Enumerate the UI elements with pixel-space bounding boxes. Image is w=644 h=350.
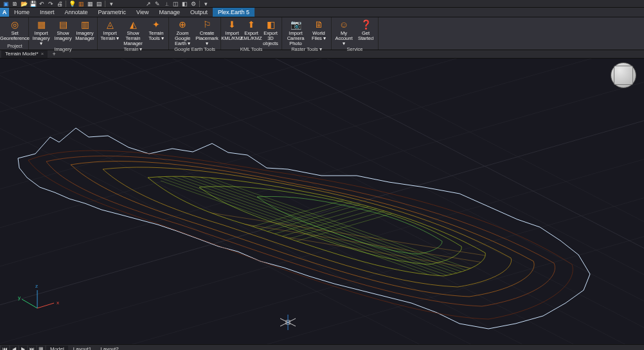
tab-view[interactable]: View [131,8,154,17]
layout-first-icon[interactable]: ⏮ [1,345,9,351]
get-started-button[interactable]: ❓ Get Started [355,18,376,46]
panel-title: KML Tools [240,46,263,53]
drawing-canvas[interactable]: x y z [0,59,644,344]
import-imagery-button[interactable]: ▦ Import Imagery ▾ [31,18,51,46]
svg-line-31 [96,174,495,290]
canvas-svg: x y z [0,59,644,344]
bulb-icon[interactable]: 💡 [69,1,75,7]
new-document-button[interactable]: + [50,51,58,57]
panel-imagery: ▦ Import Imagery ▾ ▤ Show Imagery ▥ Imag… [29,17,98,50]
tab-home[interactable]: Home [9,8,35,17]
terrain-manager-button[interactable]: ◭ Show Terrain Manager [121,18,145,46]
svg-line-35 [129,200,501,258]
show-imagery-icon: ▤ [57,19,69,30]
app-menu-icon[interactable]: ▣ [3,1,9,7]
imagery-manager-icon: ▥ [79,19,91,30]
label: World Files ▾ [309,31,329,41]
wand-icon[interactable]: ✎ [154,1,161,7]
measure-icon[interactable]: ⟂ [163,1,170,7]
open-icon[interactable]: 📂 [21,1,27,7]
plot-icon[interactable]: 🖨 [57,1,63,7]
label: My Account ▾ [334,31,354,46]
ucs-axes: x y z [18,283,59,308]
label: Export KML/KMZ [240,31,262,41]
axis-z-label: z [35,283,38,289]
status-bar: ⏮ ◀ ▶ ⏭ ▦ Model Layout1 Layout2 [0,344,644,350]
axis-x-label: x [57,300,59,306]
tab-manage[interactable]: Manage [154,8,185,17]
document-tab[interactable]: Terrain Model* × [1,50,48,58]
panel-kml: ⬇ Import KML/KMZ ⬆ Export KML/KMZ ◧ Expo… [221,17,282,50]
layout-prev-icon[interactable]: ◀ [10,345,18,351]
label: Import KML/KMZ [221,31,242,41]
zoom-ge-button[interactable]: ⊕ Zoom Google Earth ▾ [171,18,194,46]
show-imagery-button[interactable]: ▤ Show Imagery [53,18,73,46]
dropdown-icon[interactable]: ▾ [202,1,209,7]
label: Show Terrain Manager [121,31,145,46]
layout-next-icon[interactable]: ▶ [19,345,27,351]
tab-plex-earth[interactable]: Plex.Earth 5 [213,8,255,17]
svg-line-8 [0,59,644,149]
document-tab-label: Terrain Model* [5,50,39,58]
label: Imagery Manager [75,31,95,41]
set-georeference-button[interactable]: ◎ Set Georeference [3,18,26,43]
my-account-button[interactable]: ☺ My Account ▾ [334,18,354,46]
export-3d-button[interactable]: ◧ Export 3D objects [262,18,280,46]
svg-line-0 [0,59,644,187]
layout2-tab[interactable]: Layout2 [96,345,122,351]
close-icon[interactable]: × [41,50,44,58]
export-3d-icon: ◧ [265,19,276,30]
model-tab[interactable]: Model [46,345,68,351]
label: Get Started [355,31,376,41]
world-files-button[interactable]: 🗎 World Files ▾ [309,18,329,46]
save-icon[interactable]: 💾 [30,1,36,7]
separator [199,1,200,7]
dropdown-icon[interactable]: ▾ [108,1,114,7]
separator [66,1,66,7]
panel-title: Google Earth Tools [174,46,215,53]
box-icon[interactable]: ◫ [172,1,179,7]
view-cube[interactable] [611,62,636,88]
layer-icon[interactable]: ▥ [78,1,84,7]
svg-line-39 [22,299,37,308]
imagery-manager-button[interactable]: ▥ Imagery Manager [75,18,95,46]
panel-terrain: ◬ Import Terrain ▾ ◭ Show Terrain Manage… [98,17,169,50]
tab-parametric[interactable]: Parametric [93,8,132,17]
terrain-tools-icon: ✦ [150,19,162,30]
panel-ge-tools: ⊕ Zoom Google Earth ▾ ⚐ Create Placemark… [169,17,221,50]
camera-icon: 📷 [290,19,301,30]
import-kml-button[interactable]: ⬇ Import KML/KMZ [223,18,241,46]
terrain-tools-button[interactable]: ✦ Terrain Tools ▾ [146,18,166,46]
label: Terrain Tools ▾ [146,31,166,41]
svg-line-40 [37,303,54,308]
help-icon: ❓ [360,19,371,30]
redo-icon[interactable]: ↷ [48,1,54,7]
panel-title: Service [346,46,362,53]
terrain-mesh [84,145,546,316]
svg-line-15 [0,59,644,344]
share-icon[interactable]: ↗ [145,1,152,7]
import-terrain-button[interactable]: ◬ Import Terrain ▾ [100,18,120,46]
match-icon[interactable]: ▦ [87,1,93,7]
account-icon: ☺ [338,19,350,30]
tab-insert[interactable]: Insert [35,8,60,17]
tab-output[interactable]: Output [185,8,213,17]
create-placemark-button[interactable]: ⚐ Create Placemark ▾ [195,18,219,46]
layout1-tab[interactable]: Layout1 [69,345,95,351]
tab-annotate[interactable]: Annotate [60,8,93,17]
label: Show Imagery [53,31,73,41]
print-icon[interactable]: ▤ [96,1,102,7]
import-camera-button[interactable]: 📷 Import Camera Photo [284,18,307,46]
app-button[interactable]: A [0,8,9,17]
svg-line-27 [116,145,501,280]
cube-icon[interactable]: ◧ [181,1,188,7]
gear-icon[interactable]: ⚙ [190,1,197,7]
undo-icon[interactable]: ↶ [39,1,45,7]
layout-last-icon[interactable]: ⏭ [28,345,36,351]
layout-grid-icon[interactable]: ▦ [37,345,45,351]
label: Export 3D objects [262,31,280,46]
ribbon-tabs: A Home Insert Annotate Parametric View M… [0,8,644,17]
panel-project: ◎ Set Georeference Project [1,17,29,50]
new-icon[interactable]: 🗎 [12,1,18,7]
export-kml-button[interactable]: ⬆ Export KML/KMZ [242,18,260,46]
